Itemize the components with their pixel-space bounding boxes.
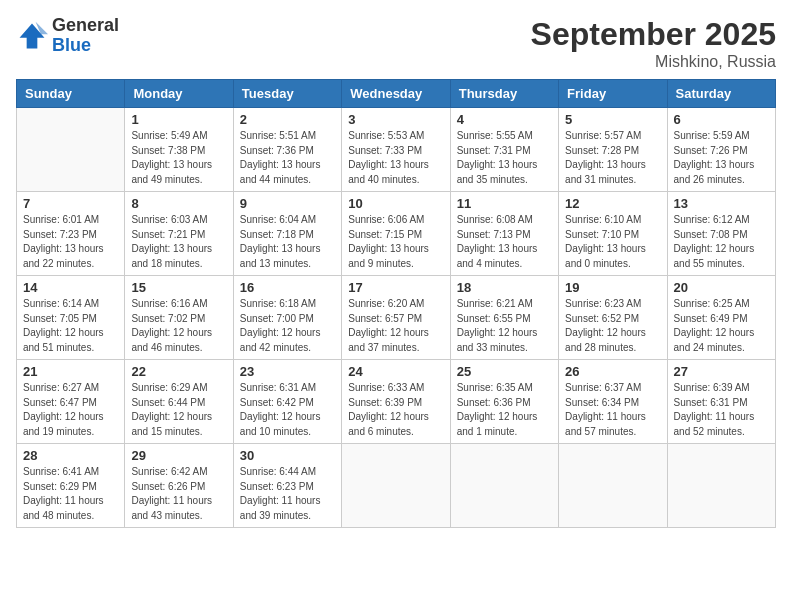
calendar-cell: 2Sunrise: 5:51 AM Sunset: 7:36 PM Daylig… <box>233 108 341 192</box>
calendar-cell: 25Sunrise: 6:35 AM Sunset: 6:36 PM Dayli… <box>450 360 558 444</box>
calendar-cell: 26Sunrise: 6:37 AM Sunset: 6:34 PM Dayli… <box>559 360 667 444</box>
day-number: 16 <box>240 280 335 295</box>
weekday-header: Monday <box>125 80 233 108</box>
day-info: Sunrise: 6:14 AM Sunset: 7:05 PM Dayligh… <box>23 297 118 355</box>
day-info: Sunrise: 6:42 AM Sunset: 6:26 PM Dayligh… <box>131 465 226 523</box>
logo-text: General Blue <box>52 16 119 56</box>
weekday-header: Friday <box>559 80 667 108</box>
day-number: 25 <box>457 364 552 379</box>
day-number: 20 <box>674 280 769 295</box>
location: Mishkino, Russia <box>531 53 776 71</box>
calendar-week-row: 1Sunrise: 5:49 AM Sunset: 7:38 PM Daylig… <box>17 108 776 192</box>
day-number: 15 <box>131 280 226 295</box>
calendar-cell: 24Sunrise: 6:33 AM Sunset: 6:39 PM Dayli… <box>342 360 450 444</box>
day-info: Sunrise: 6:20 AM Sunset: 6:57 PM Dayligh… <box>348 297 443 355</box>
calendar-cell: 14Sunrise: 6:14 AM Sunset: 7:05 PM Dayli… <box>17 276 125 360</box>
day-number: 22 <box>131 364 226 379</box>
day-number: 19 <box>565 280 660 295</box>
day-info: Sunrise: 5:57 AM Sunset: 7:28 PM Dayligh… <box>565 129 660 187</box>
day-number: 21 <box>23 364 118 379</box>
calendar-cell: 1Sunrise: 5:49 AM Sunset: 7:38 PM Daylig… <box>125 108 233 192</box>
day-number: 3 <box>348 112 443 127</box>
day-info: Sunrise: 6:41 AM Sunset: 6:29 PM Dayligh… <box>23 465 118 523</box>
calendar-header-row: SundayMondayTuesdayWednesdayThursdayFrid… <box>17 80 776 108</box>
day-info: Sunrise: 6:21 AM Sunset: 6:55 PM Dayligh… <box>457 297 552 355</box>
month-title: September 2025 <box>531 16 776 53</box>
day-info: Sunrise: 5:59 AM Sunset: 7:26 PM Dayligh… <box>674 129 769 187</box>
day-number: 10 <box>348 196 443 211</box>
day-number: 28 <box>23 448 118 463</box>
day-number: 4 <box>457 112 552 127</box>
day-number: 2 <box>240 112 335 127</box>
day-info: Sunrise: 6:08 AM Sunset: 7:13 PM Dayligh… <box>457 213 552 271</box>
day-number: 12 <box>565 196 660 211</box>
day-info: Sunrise: 5:53 AM Sunset: 7:33 PM Dayligh… <box>348 129 443 187</box>
calendar-cell: 16Sunrise: 6:18 AM Sunset: 7:00 PM Dayli… <box>233 276 341 360</box>
day-info: Sunrise: 6:35 AM Sunset: 6:36 PM Dayligh… <box>457 381 552 439</box>
day-info: Sunrise: 6:16 AM Sunset: 7:02 PM Dayligh… <box>131 297 226 355</box>
day-info: Sunrise: 6:33 AM Sunset: 6:39 PM Dayligh… <box>348 381 443 439</box>
weekday-header: Sunday <box>17 80 125 108</box>
day-info: Sunrise: 6:03 AM Sunset: 7:21 PM Dayligh… <box>131 213 226 271</box>
day-info: Sunrise: 6:31 AM Sunset: 6:42 PM Dayligh… <box>240 381 335 439</box>
day-info: Sunrise: 5:51 AM Sunset: 7:36 PM Dayligh… <box>240 129 335 187</box>
day-number: 8 <box>131 196 226 211</box>
day-number: 24 <box>348 364 443 379</box>
calendar-cell <box>667 444 775 528</box>
calendar-cell <box>342 444 450 528</box>
day-info: Sunrise: 6:39 AM Sunset: 6:31 PM Dayligh… <box>674 381 769 439</box>
title-area: September 2025 Mishkino, Russia <box>531 16 776 71</box>
day-info: Sunrise: 6:12 AM Sunset: 7:08 PM Dayligh… <box>674 213 769 271</box>
day-info: Sunrise: 6:06 AM Sunset: 7:15 PM Dayligh… <box>348 213 443 271</box>
calendar-cell: 23Sunrise: 6:31 AM Sunset: 6:42 PM Dayli… <box>233 360 341 444</box>
day-info: Sunrise: 5:55 AM Sunset: 7:31 PM Dayligh… <box>457 129 552 187</box>
calendar-cell: 17Sunrise: 6:20 AM Sunset: 6:57 PM Dayli… <box>342 276 450 360</box>
calendar-cell: 9Sunrise: 6:04 AM Sunset: 7:18 PM Daylig… <box>233 192 341 276</box>
day-number: 23 <box>240 364 335 379</box>
calendar-cell <box>559 444 667 528</box>
weekday-header: Saturday <box>667 80 775 108</box>
calendar-cell: 21Sunrise: 6:27 AM Sunset: 6:47 PM Dayli… <box>17 360 125 444</box>
calendar-cell: 6Sunrise: 5:59 AM Sunset: 7:26 PM Daylig… <box>667 108 775 192</box>
day-number: 29 <box>131 448 226 463</box>
day-number: 7 <box>23 196 118 211</box>
day-number: 26 <box>565 364 660 379</box>
day-number: 18 <box>457 280 552 295</box>
logo: General Blue <box>16 16 119 56</box>
calendar-cell: 4Sunrise: 5:55 AM Sunset: 7:31 PM Daylig… <box>450 108 558 192</box>
weekday-header: Thursday <box>450 80 558 108</box>
day-info: Sunrise: 6:29 AM Sunset: 6:44 PM Dayligh… <box>131 381 226 439</box>
calendar-cell: 3Sunrise: 5:53 AM Sunset: 7:33 PM Daylig… <box>342 108 450 192</box>
calendar-cell: 7Sunrise: 6:01 AM Sunset: 7:23 PM Daylig… <box>17 192 125 276</box>
calendar-cell: 10Sunrise: 6:06 AM Sunset: 7:15 PM Dayli… <box>342 192 450 276</box>
calendar-cell: 8Sunrise: 6:03 AM Sunset: 7:21 PM Daylig… <box>125 192 233 276</box>
calendar-cell: 12Sunrise: 6:10 AM Sunset: 7:10 PM Dayli… <box>559 192 667 276</box>
calendar-week-row: 7Sunrise: 6:01 AM Sunset: 7:23 PM Daylig… <box>17 192 776 276</box>
calendar-cell: 27Sunrise: 6:39 AM Sunset: 6:31 PM Dayli… <box>667 360 775 444</box>
calendar-cell: 19Sunrise: 6:23 AM Sunset: 6:52 PM Dayli… <box>559 276 667 360</box>
calendar-cell: 15Sunrise: 6:16 AM Sunset: 7:02 PM Dayli… <box>125 276 233 360</box>
day-number: 6 <box>674 112 769 127</box>
calendar-cell: 28Sunrise: 6:41 AM Sunset: 6:29 PM Dayli… <box>17 444 125 528</box>
calendar-week-row: 14Sunrise: 6:14 AM Sunset: 7:05 PM Dayli… <box>17 276 776 360</box>
day-number: 1 <box>131 112 226 127</box>
calendar-cell: 13Sunrise: 6:12 AM Sunset: 7:08 PM Dayli… <box>667 192 775 276</box>
day-number: 27 <box>674 364 769 379</box>
calendar-cell <box>450 444 558 528</box>
day-number: 30 <box>240 448 335 463</box>
calendar-week-row: 28Sunrise: 6:41 AM Sunset: 6:29 PM Dayli… <box>17 444 776 528</box>
page-header: General Blue September 2025 Mishkino, Ru… <box>16 16 776 71</box>
day-info: Sunrise: 6:10 AM Sunset: 7:10 PM Dayligh… <box>565 213 660 271</box>
calendar-cell: 20Sunrise: 6:25 AM Sunset: 6:49 PM Dayli… <box>667 276 775 360</box>
day-number: 13 <box>674 196 769 211</box>
day-number: 14 <box>23 280 118 295</box>
day-info: Sunrise: 6:23 AM Sunset: 6:52 PM Dayligh… <box>565 297 660 355</box>
calendar-cell <box>17 108 125 192</box>
day-number: 9 <box>240 196 335 211</box>
calendar-cell: 30Sunrise: 6:44 AM Sunset: 6:23 PM Dayli… <box>233 444 341 528</box>
calendar-cell: 29Sunrise: 6:42 AM Sunset: 6:26 PM Dayli… <box>125 444 233 528</box>
day-info: Sunrise: 6:27 AM Sunset: 6:47 PM Dayligh… <box>23 381 118 439</box>
day-number: 17 <box>348 280 443 295</box>
calendar-cell: 18Sunrise: 6:21 AM Sunset: 6:55 PM Dayli… <box>450 276 558 360</box>
calendar-cell: 22Sunrise: 6:29 AM Sunset: 6:44 PM Dayli… <box>125 360 233 444</box>
